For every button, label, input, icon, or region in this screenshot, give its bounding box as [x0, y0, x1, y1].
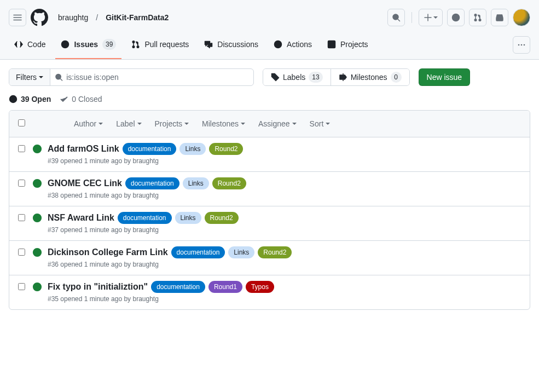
- github-logo[interactable]: [31, 9, 48, 26]
- repo-nav-overflow-button[interactable]: [513, 36, 530, 54]
- hamburger-icon: [13, 13, 22, 22]
- filters-label: Filters: [16, 73, 37, 82]
- breadcrumb-repo-link[interactable]: GitKit-FarmData2: [102, 10, 172, 25]
- label-pill[interactable]: Round2: [205, 212, 239, 224]
- inbox-icon: [495, 13, 504, 22]
- tab-discussions[interactable]: Discussions: [199, 31, 264, 59]
- github-mark-icon: [31, 9, 48, 26]
- tab-actions[interactable]: Actions: [268, 31, 317, 59]
- new-issue-button[interactable]: New issue: [419, 68, 471, 86]
- hamburger-menu-button[interactable]: [9, 9, 26, 26]
- search-button[interactable]: [387, 9, 405, 26]
- label-pill[interactable]: documentation: [118, 212, 172, 224]
- filter-projects-dropdown[interactable]: Projects: [155, 119, 189, 128]
- filter-sort-dropdown[interactable]: Sort: [310, 119, 331, 128]
- breadcrumb-owner-link[interactable]: braughtg: [55, 10, 91, 25]
- search-icon: [55, 73, 63, 82]
- issues-count-badge: 39: [102, 39, 116, 50]
- svg-point-27: [36, 251, 38, 253]
- label-pill[interactable]: documentation: [123, 143, 177, 155]
- label-pill[interactable]: Round1: [208, 281, 242, 293]
- issue-title-link[interactable]: Fix typo in "initializtion": [48, 282, 148, 292]
- label-pill[interactable]: Links: [228, 246, 254, 258]
- label-pill[interactable]: documentation: [151, 281, 205, 293]
- svg-point-19: [12, 98, 14, 100]
- filters-dropdown-button[interactable]: Filters: [9, 69, 50, 85]
- label-pill[interactable]: documentation: [125, 177, 179, 189]
- issue-row-checkbox[interactable]: [18, 180, 25, 187]
- issue-opened-icon: [451, 13, 460, 22]
- issue-title-link[interactable]: NSF Award Link: [48, 213, 114, 223]
- comment-discussion-icon: [204, 40, 213, 49]
- labels-link[interactable]: Labels 13: [263, 69, 331, 85]
- tab-projects[interactable]: Projects: [322, 31, 374, 59]
- issue-row-checkbox[interactable]: [18, 249, 25, 256]
- svg-point-9: [133, 46, 135, 48]
- label-pill[interactable]: Round2: [212, 177, 246, 189]
- select-all-checkbox[interactable]: [18, 119, 25, 126]
- filter-box: Filters: [9, 68, 254, 86]
- issue-opened-icon: [9, 95, 18, 103]
- issue-row-checkbox[interactable]: [18, 145, 25, 152]
- milestones-link[interactable]: Milestones 0: [331, 69, 409, 85]
- tab-projects-label: Projects: [340, 36, 368, 53]
- filter-label-dropdown[interactable]: Label: [116, 119, 141, 128]
- tab-issues-label: Issues: [74, 36, 98, 53]
- tag-icon: [271, 73, 280, 82]
- tab-issues[interactable]: Issues 39: [55, 31, 121, 59]
- issue-open-icon: [32, 212, 42, 234]
- repo-nav: Code Issues 39 Pull requests Discussions…: [0, 31, 539, 60]
- plus-icon: [424, 13, 432, 22]
- state-tab-closed[interactable]: 0 Closed: [60, 95, 102, 103]
- label-pill[interactable]: Round2: [258, 246, 292, 258]
- issue-row: NSF Award Link documentation Links Round…: [9, 206, 530, 241]
- issue-open-icon: [32, 143, 42, 165]
- play-icon: [274, 40, 282, 49]
- filter-assignee-dropdown[interactable]: Assignee: [258, 119, 297, 128]
- breadcrumb-separator: /: [96, 13, 98, 22]
- issue-meta: #36 opened 1 minute ago by braughtg: [48, 261, 521, 268]
- issues-list-header: Author Label Projects Milestones Assigne…: [9, 111, 530, 137]
- tab-pulls[interactable]: Pull requests: [126, 31, 194, 59]
- issue-title-link[interactable]: GNOME CEC Link: [48, 178, 122, 188]
- filter-milestones-label: Milestones: [202, 119, 239, 128]
- issues-search-input[interactable]: [66, 73, 249, 82]
- tab-discussions-label: Discussions: [217, 36, 258, 53]
- svg-point-13: [518, 44, 520, 46]
- svg-point-25: [36, 217, 38, 219]
- label-pill[interactable]: Links: [183, 177, 209, 189]
- state-tab-open[interactable]: 39 Open: [9, 95, 51, 103]
- issue-row-checkbox[interactable]: [18, 214, 25, 221]
- label-pill[interactable]: Typos: [246, 281, 274, 293]
- open-count-label: 39 Open: [21, 95, 51, 103]
- milestone-icon: [339, 73, 347, 82]
- pulls-link[interactable]: [469, 9, 486, 26]
- caret-down-icon: [326, 123, 330, 125]
- label-pill[interactable]: documentation: [171, 246, 225, 258]
- code-icon: [14, 40, 23, 49]
- table-icon: [327, 40, 336, 49]
- issue-open-icon: [32, 177, 42, 199]
- svg-point-21: [36, 148, 38, 150]
- svg-rect-12: [328, 41, 335, 48]
- filter-author-dropdown[interactable]: Author: [74, 119, 103, 128]
- svg-point-4: [474, 19, 477, 21]
- issue-meta: #37 opened 1 minute ago by braughtg: [48, 226, 521, 234]
- issue-title-link[interactable]: Dickinson College Farm Link: [48, 247, 168, 257]
- issue-row-checkbox[interactable]: [18, 283, 25, 290]
- tab-code[interactable]: Code: [9, 31, 51, 59]
- filter-milestones-dropdown[interactable]: Milestones: [202, 119, 245, 128]
- label-pill[interactable]: Round2: [209, 143, 243, 155]
- issues-link[interactable]: [447, 9, 465, 26]
- git-pull-request-icon: [131, 40, 140, 49]
- svg-point-14: [521, 44, 523, 46]
- notifications-button[interactable]: [491, 9, 508, 26]
- create-new-button[interactable]: [419, 9, 443, 26]
- label-pill[interactable]: Links: [175, 212, 201, 224]
- user-avatar[interactable]: [513, 9, 530, 26]
- labels-label: Labels: [283, 73, 305, 82]
- issue-title-link[interactable]: Add farmOS Link: [48, 144, 119, 154]
- caret-down-icon: [292, 123, 297, 125]
- label-pill[interactable]: Links: [179, 143, 206, 155]
- tab-code-label: Code: [27, 36, 45, 53]
